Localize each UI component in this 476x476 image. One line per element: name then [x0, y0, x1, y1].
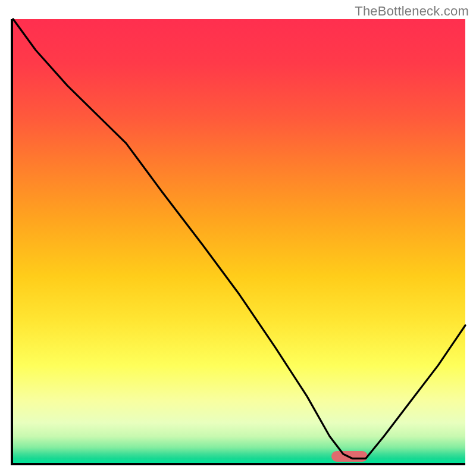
chart-plot-area	[11, 19, 465, 465]
chart-line-series	[13, 19, 465, 463]
bottleneck-curve-path	[13, 19, 465, 459]
watermark-text: TheBottleneck.com	[355, 4, 469, 19]
